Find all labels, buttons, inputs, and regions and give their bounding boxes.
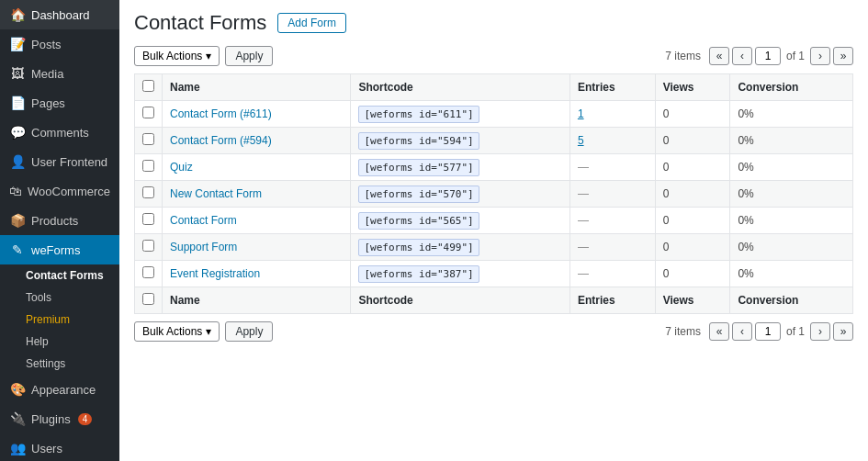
row-views-cell: 0: [655, 101, 730, 128]
bulk-actions-dropdown[interactable]: Bulk Actions ▾: [134, 46, 220, 66]
bottom-apply-button[interactable]: Apply: [225, 321, 273, 342]
row-checkbox[interactable]: [142, 266, 154, 278]
table-row: Event Registration [weforms id="387"] — …: [135, 261, 853, 287]
page-title: Contact Forms: [134, 11, 266, 35]
user-frontend-icon: 👤: [9, 154, 26, 169]
row-name-cell: Event Registration: [163, 261, 351, 287]
posts-icon: 📝: [9, 37, 26, 51]
shortcode-badge: [weforms id="611"]: [358, 106, 479, 123]
sidebar-item-weforms[interactable]: ✎ weForms: [0, 235, 119, 264]
row-shortcode-cell: [weforms id="499"]: [351, 234, 569, 261]
sidebar-item-pages[interactable]: 📄 Pages: [0, 88, 119, 118]
top-pagination: 7 items « ‹ of 1 › »: [665, 47, 853, 65]
select-all-header: [135, 74, 163, 101]
row-views-cell: 0: [655, 128, 730, 154]
row-checkbox[interactable]: [142, 186, 154, 198]
form-name-link[interactable]: Contact Form: [170, 214, 237, 227]
footer-select-all-header: [135, 287, 163, 314]
first-page-button[interactable]: «: [709, 47, 729, 65]
bottom-page-number-input[interactable]: [755, 322, 781, 341]
add-form-button[interactable]: Add Form: [277, 13, 346, 33]
row-checkbox[interactable]: [142, 240, 154, 252]
row-checkbox[interactable]: [142, 107, 154, 118]
select-all-checkbox[interactable]: [142, 80, 154, 92]
sidebar-item-comments[interactable]: 💬 Comments: [0, 118, 119, 147]
row-checkbox[interactable]: [142, 213, 154, 225]
prev-page-button[interactable]: ‹: [732, 47, 752, 65]
row-entries-cell: 1: [569, 101, 655, 128]
entry-dash: —: [578, 187, 589, 200]
page-number-input[interactable]: [755, 47, 781, 65]
form-name-link[interactable]: Contact Form (#611): [170, 107, 272, 120]
entry-dash: —: [578, 241, 589, 253]
sidebar-item-user-frontend[interactable]: 👤 User Frontend: [0, 147, 119, 176]
sidebar-item-plugins[interactable]: 🔌 Plugins 4: [0, 404, 119, 433]
row-views-cell: 0: [655, 261, 730, 287]
dashboard-icon: 🏠: [9, 7, 26, 22]
sidebar-item-users[interactable]: 👥 Users: [0, 433, 119, 461]
footer-conversion-header: Conversion: [730, 287, 853, 314]
sidebar-item-media[interactable]: 🖼 Media: [0, 59, 119, 88]
entry-dash: —: [578, 214, 589, 227]
row-shortcode-cell: [weforms id="570"]: [351, 181, 569, 208]
sidebar-item-posts[interactable]: 📝 Posts: [0, 29, 119, 59]
row-checkbox[interactable]: [142, 160, 154, 172]
sidebar-item-label: Media: [31, 67, 63, 81]
sidebar-item-dashboard[interactable]: 🏠 Dashboard: [0, 0, 119, 29]
appearance-icon: 🎨: [9, 382, 26, 397]
bottom-prev-page-button[interactable]: ‹: [732, 322, 752, 341]
footer-name-header: Name: [163, 287, 351, 314]
bottom-dropdown-arrow-icon: ▾: [206, 325, 211, 338]
form-name-link[interactable]: Contact Form (#594): [170, 134, 272, 147]
footer-entries-header: Entries: [569, 287, 655, 314]
sidebar-item-label: weForms: [31, 243, 80, 257]
row-conversion-cell: 0%: [730, 101, 853, 128]
row-views-cell: 0: [655, 234, 730, 261]
last-page-button[interactable]: »: [833, 47, 853, 65]
sidebar-sub-tools[interactable]: Tools: [0, 287, 119, 309]
views-column-header: Views: [655, 74, 730, 101]
bottom-next-page-button[interactable]: ›: [810, 322, 830, 341]
form-name-link[interactable]: New Contact Form: [170, 187, 262, 200]
bottom-last-page-button[interactable]: »: [833, 322, 853, 341]
sidebar-item-products[interactable]: 📦 Products: [0, 206, 119, 235]
apply-button[interactable]: Apply: [225, 46, 273, 66]
row-entries-cell: —: [569, 181, 655, 208]
sidebar-sub-premium[interactable]: Premium: [0, 309, 119, 331]
shortcode-badge: [weforms id="565"]: [358, 212, 479, 230]
bottom-first-page-button[interactable]: «: [709, 322, 729, 341]
row-checkbox[interactable]: [142, 133, 154, 145]
sidebar-sub-contact-forms[interactable]: Contact Forms: [0, 264, 119, 287]
sidebar-item-label: Comments: [31, 126, 89, 140]
bottom-pagination: 7 items « ‹ of 1 › »: [665, 322, 853, 341]
row-conversion-cell: 0%: [730, 128, 853, 154]
row-views-cell: 0: [655, 181, 730, 208]
bottom-toolbar: Bulk Actions ▾ Apply 7 items « ‹ of 1 › …: [134, 321, 853, 342]
next-page-button[interactable]: ›: [810, 47, 830, 65]
conversion-column-header: Conversion: [730, 74, 853, 101]
row-name-cell: New Contact Form: [163, 181, 351, 208]
form-name-link[interactable]: Event Registration: [170, 267, 260, 280]
entry-count-link[interactable]: 5: [578, 134, 584, 147]
bottom-bulk-actions-dropdown[interactable]: Bulk Actions ▾: [134, 321, 220, 342]
table-row: New Contact Form [weforms id="570"] — 0 …: [135, 181, 853, 208]
bottom-items-count: 7 items: [665, 325, 701, 338]
sidebar-item-appearance[interactable]: 🎨 Appearance: [0, 375, 119, 404]
entry-dash: —: [578, 161, 589, 174]
media-icon: 🖼: [9, 66, 26, 81]
sidebar-sub-settings[interactable]: Settings: [0, 353, 119, 375]
sidebar-item-woocommerce[interactable]: 🛍 WooCommerce: [0, 176, 119, 206]
table-row: Support Form [weforms id="499"] — 0 0%: [135, 234, 853, 261]
pages-icon: 📄: [9, 96, 26, 110]
entry-count-link[interactable]: 1: [578, 107, 584, 120]
row-entries-cell: —: [569, 234, 655, 261]
weforms-icon: ✎: [9, 242, 26, 257]
shortcode-badge: [weforms id="594"]: [358, 132, 479, 150]
sidebar-sub-help[interactable]: Help: [0, 331, 119, 353]
form-name-link[interactable]: Support Form: [170, 241, 237, 253]
footer-select-all-checkbox[interactable]: [142, 293, 154, 305]
form-name-link[interactable]: Quiz: [170, 161, 193, 174]
users-icon: 👥: [9, 441, 26, 455]
bottom-bulk-actions-label: Bulk Actions: [142, 325, 202, 338]
shortcode-badge: [weforms id="577"]: [358, 159, 479, 176]
